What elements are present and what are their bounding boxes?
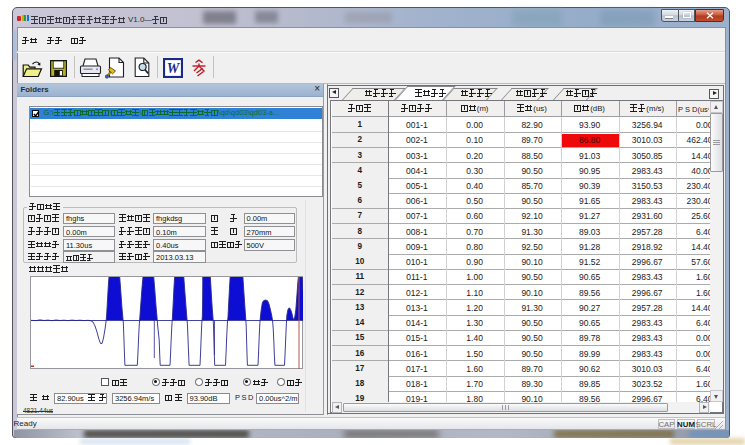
svg-text:W: W xyxy=(167,61,181,76)
